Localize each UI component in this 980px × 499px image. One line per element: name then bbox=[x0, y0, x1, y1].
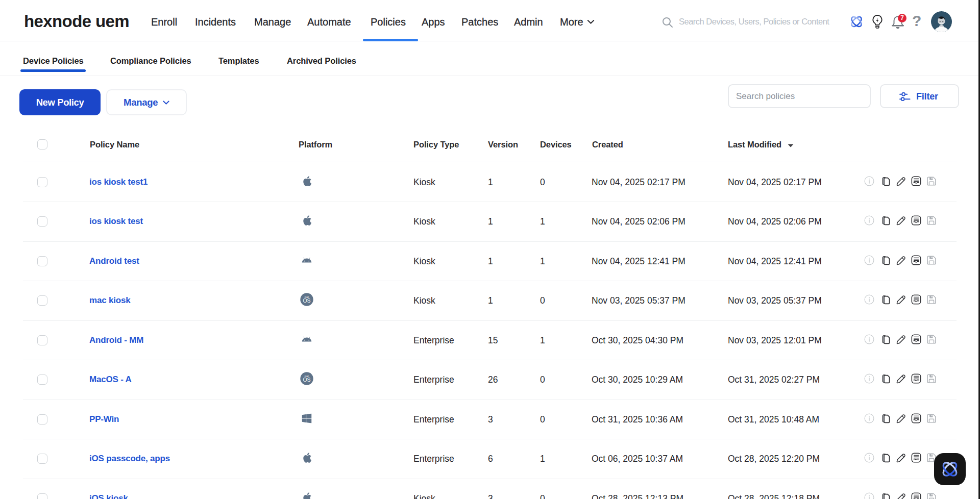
svg-text:OS: OS bbox=[303, 377, 310, 383]
svg-text:OS: OS bbox=[303, 298, 310, 304]
